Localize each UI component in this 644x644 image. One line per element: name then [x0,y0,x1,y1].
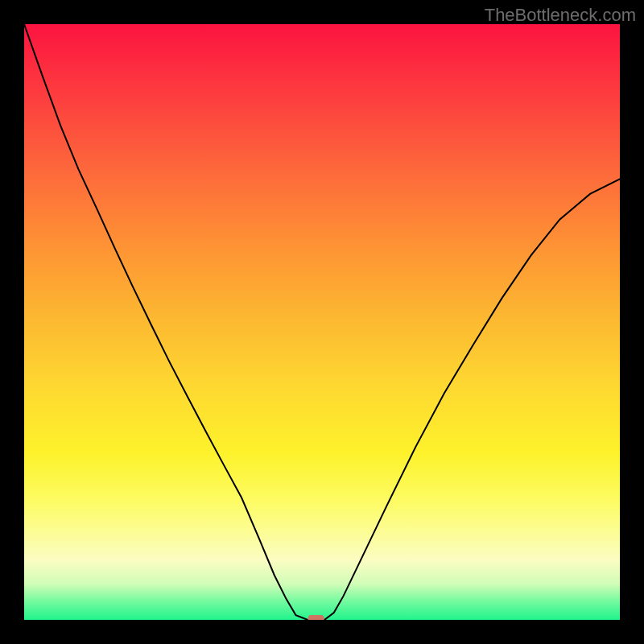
minimum-marker [308,615,324,620]
chart-frame: TheBottleneck.com [0,0,644,644]
plot-background-gradient [24,24,620,620]
watermark-text: TheBottleneck.com [485,5,636,26]
bottleneck-curve [24,24,620,620]
plot-svg [24,24,620,620]
